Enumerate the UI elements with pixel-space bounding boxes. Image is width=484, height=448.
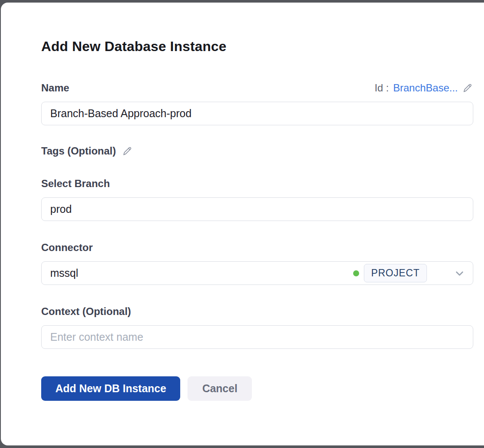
- tags-label: Tags (Optional): [41, 145, 116, 157]
- context-label: Context (Optional): [41, 306, 473, 318]
- add-db-instance-button[interactable]: Add New DB Instance: [41, 376, 180, 401]
- id-prefix-label: Id :: [375, 82, 389, 94]
- connector-label: Connector: [41, 242, 473, 254]
- modal-actions: Add New DB Instance Cancel: [41, 376, 473, 401]
- name-label: Name: [41, 82, 69, 94]
- tags-label-row: Tags (Optional): [41, 145, 473, 157]
- modal-content: Add New Database Instance Name Id : Bran…: [1, 3, 484, 445]
- connector-status-dot: [353, 270, 359, 276]
- instance-id-row: Id : BranchBase...: [375, 82, 473, 94]
- edit-id-pencil-icon[interactable]: [462, 82, 473, 94]
- select-branch-label: Select Branch: [41, 178, 473, 190]
- project-scope-badge: PROJECT: [364, 264, 427, 282]
- connector-select[interactable]: PROJECT: [41, 261, 473, 285]
- name-label-row: Name Id : BranchBase...: [41, 82, 473, 94]
- connector-overlay: PROJECT: [353, 261, 466, 285]
- id-value-link[interactable]: BranchBase...: [393, 82, 458, 94]
- branch-input[interactable]: [41, 197, 473, 221]
- modal-title: Add New Database Instance: [41, 39, 473, 54]
- add-db-instance-modal: Add New Database Instance Name Id : Bran…: [1, 3, 484, 445]
- name-input[interactable]: [41, 102, 473, 125]
- cancel-button[interactable]: Cancel: [188, 376, 252, 401]
- edit-tags-pencil-icon[interactable]: [122, 145, 133, 157]
- chevron-down-icon[interactable]: [454, 267, 466, 279]
- context-input[interactable]: [41, 325, 473, 349]
